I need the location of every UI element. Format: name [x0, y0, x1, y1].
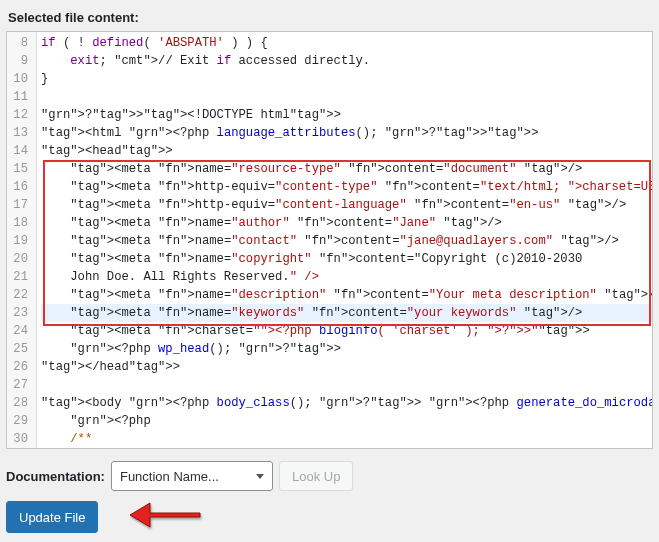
- update-file-button[interactable]: Update File: [6, 501, 98, 533]
- code-line: /**: [41, 430, 653, 448]
- code-line: if ( ! defined( 'ABSPATH' ) ) {: [41, 34, 653, 52]
- code-line: "tag"><meta "fn">http-equiv="content-typ…: [41, 178, 653, 196]
- code-line: "tag"><meta "fn">http-equiv="content-lan…: [41, 196, 653, 214]
- code-line: "tag"><meta "fn">name="author" "fn">cont…: [41, 214, 653, 232]
- code-line: "grn"><?php: [41, 412, 653, 430]
- code-line: "grn"><?php wp_head(); "grn">?"tag">>: [41, 340, 653, 358]
- chevron-down-icon: [256, 474, 264, 479]
- code-line: "tag"><meta "fn">name="copyright" "fn">c…: [41, 250, 653, 268]
- lookup-button: Look Up: [279, 461, 353, 491]
- code-line: "tag"><meta "fn">name="contact" "fn">con…: [41, 232, 653, 250]
- arrow-annotation-icon: [128, 491, 208, 531]
- code-line: }: [41, 70, 653, 88]
- code-line: "tag"><meta "fn">charset=""><?php blogin…: [41, 322, 653, 340]
- code-line: [41, 376, 653, 394]
- code-line: [41, 88, 653, 106]
- code-line: exit; "cmt">// Exit if accessed directly…: [41, 52, 653, 70]
- code-line: "tag"><meta "fn">name="resource-type" "f…: [41, 160, 653, 178]
- panel-title: Selected file content:: [8, 10, 653, 25]
- code-line: "tag"><head"tag">>: [41, 142, 653, 160]
- code-line: "tag"></head"tag">>: [41, 358, 653, 376]
- function-select[interactable]: Function Name...: [111, 461, 273, 491]
- function-select-value: Function Name...: [120, 469, 219, 484]
- code-line: John Doe. All Rights Reserved." />: [41, 268, 653, 286]
- code-editor[interactable]: 8910111213141516171819202122232425262728…: [6, 31, 653, 449]
- code-line: "grn">?"tag">>"tag"><!DOCTYPE html"tag">…: [41, 106, 653, 124]
- line-gutter: 8910111213141516171819202122232425262728…: [7, 32, 37, 449]
- code-line: "tag"><body "grn"><?php body_class(); "g…: [41, 394, 653, 412]
- code-line: "tag"><meta "fn">name="keywords" "fn">co…: [41, 304, 653, 322]
- code-lines: if ( ! defined( 'ABSPATH' ) ) { exit; "c…: [37, 32, 653, 449]
- code-line: "tag"><meta "fn">name="description" "fn"…: [41, 286, 653, 304]
- documentation-label: Documentation:: [6, 469, 105, 484]
- code-line: "tag"><html "grn"><?php language_attribu…: [41, 124, 653, 142]
- documentation-row: Documentation: Function Name... Look Up: [6, 461, 653, 491]
